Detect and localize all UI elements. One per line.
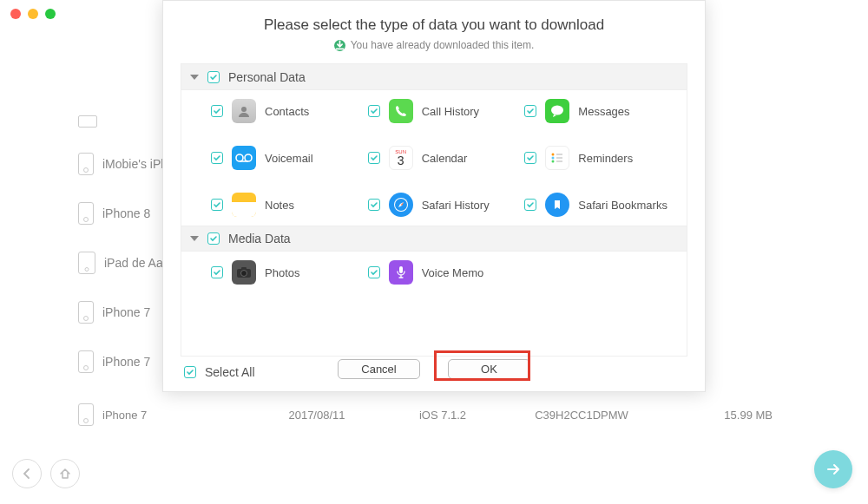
- cancel-button[interactable]: Cancel: [338, 359, 420, 379]
- backup-serial: C39H2CC1DPMW: [495, 409, 668, 422]
- home-button[interactable]: [50, 459, 80, 488]
- next-button[interactable]: [814, 450, 852, 488]
- item-callhistory[interactable]: Call History: [368, 99, 518, 123]
- item-label: Safari History: [422, 199, 490, 212]
- phone-icon: [389, 99, 413, 123]
- checkbox-calendar[interactable]: [368, 152, 380, 164]
- item-voicemail[interactable]: Voicemail: [211, 146, 361, 170]
- item-label: Calendar: [422, 152, 468, 165]
- messages-icon: [545, 99, 569, 123]
- svg-point-6: [552, 157, 555, 160]
- calendar-icon: SUN3: [389, 146, 413, 170]
- notes-icon: [232, 193, 256, 217]
- phone-icon: [78, 202, 94, 225]
- chevron-down-icon: [190, 236, 199, 241]
- item-reminders[interactable]: Reminders: [524, 146, 674, 170]
- backup-device-name: iPhone 7: [102, 409, 147, 422]
- checkbox-photos[interactable]: [211, 266, 223, 278]
- modal-title: Please select the type of data you want …: [181, 16, 687, 34]
- chevron-down-icon: [190, 75, 199, 80]
- item-calendar[interactable]: SUN3 Calendar: [368, 146, 518, 170]
- maximize-window-button[interactable]: [45, 9, 56, 19]
- modal-buttons: Cancel OK: [338, 359, 530, 379]
- svg-rect-15: [241, 267, 247, 270]
- microphone-icon: [389, 260, 413, 285]
- svg-point-14: [241, 271, 247, 277]
- checkbox-voicemail[interactable]: [211, 152, 223, 164]
- camera-icon: [232, 260, 256, 285]
- phone-icon: [78, 403, 94, 426]
- phone-icon: [78, 153, 94, 175]
- category-label: Personal Data: [228, 70, 306, 84]
- item-photos[interactable]: Photos: [211, 260, 361, 285]
- backup-file-row[interactable]: iPhone 7 2017/08/11 iOS 7.1.2 C39H2CC1DP…: [78, 403, 790, 426]
- ok-button[interactable]: OK: [448, 359, 530, 379]
- device-icon: [78, 115, 97, 128]
- device-label: iPhone 8: [102, 206, 150, 220]
- svg-point-2: [236, 154, 243, 161]
- checkbox-callhistory[interactable]: [368, 105, 380, 117]
- svg-point-0: [241, 107, 247, 112]
- modal-subtitle: You have already downloaded this item.: [181, 39, 687, 51]
- item-messages[interactable]: Messages: [524, 99, 674, 123]
- data-categories-scroll[interactable]: Personal Data Contacts Call History Mess…: [181, 63, 687, 357]
- phone-icon: [78, 350, 94, 373]
- category-checkbox-personal[interactable]: [207, 71, 220, 83]
- svg-point-7: [552, 160, 555, 163]
- device-label: iPhone 7: [102, 355, 150, 369]
- phone-icon: [78, 301, 94, 324]
- category-header-personal[interactable]: Personal Data: [181, 64, 687, 90]
- item-label: Contacts: [265, 105, 309, 118]
- checkbox-contacts[interactable]: [211, 105, 223, 117]
- item-label: Photos: [265, 266, 299, 279]
- minimize-window-button[interactable]: [28, 9, 38, 19]
- item-notes[interactable]: Notes: [211, 193, 361, 217]
- item-safarihistory[interactable]: Safari History: [368, 193, 518, 217]
- window-traffic-lights: [10, 9, 56, 19]
- checkbox-safaribookmarks[interactable]: [524, 199, 536, 211]
- data-type-modal: Please select the type of data you want …: [162, 0, 706, 392]
- tablet-icon: [78, 252, 95, 274]
- nav-buttons: [12, 459, 80, 488]
- item-voicememo[interactable]: Voice Memo: [368, 260, 518, 285]
- svg-point-1: [551, 106, 563, 115]
- safari-icon: [389, 193, 413, 217]
- media-items-grid: Photos Voice Memo: [181, 252, 687, 293]
- bookmark-icon: [545, 193, 569, 217]
- checkbox-voicememo[interactable]: [368, 266, 380, 278]
- select-all-row[interactable]: Select All: [184, 365, 255, 379]
- category-checkbox-media[interactable]: [207, 232, 220, 245]
- item-label: Call History: [422, 105, 479, 118]
- category-label: Media Data: [228, 232, 291, 245]
- item-label: Voice Memo: [422, 266, 484, 279]
- voicemail-icon: [232, 146, 256, 170]
- item-contacts[interactable]: Contacts: [211, 99, 361, 123]
- select-all-label: Select All: [205, 365, 255, 379]
- item-label: Safari Bookmarks: [578, 199, 667, 212]
- category-header-media[interactable]: Media Data: [181, 226, 687, 252]
- checkbox-reminders[interactable]: [524, 152, 536, 164]
- reminders-icon: [545, 146, 569, 170]
- item-label: Voicemail: [265, 152, 313, 165]
- checkbox-notes[interactable]: [211, 199, 223, 211]
- download-icon: [334, 40, 345, 51]
- svg-point-3: [245, 154, 252, 161]
- item-label: Messages: [578, 105, 629, 118]
- item-label: Notes: [265, 199, 294, 212]
- backup-date: 2017/08/11: [243, 409, 391, 422]
- svg-point-5: [552, 154, 555, 156]
- device-label: iPhone 7: [102, 305, 150, 319]
- close-window-button[interactable]: [10, 9, 21, 19]
- back-button[interactable]: [12, 459, 42, 488]
- checkbox-safarihistory[interactable]: [368, 199, 380, 211]
- modal-subtitle-text: You have already downloaded this item.: [351, 39, 535, 51]
- contacts-icon: [232, 99, 256, 123]
- checkbox-select-all[interactable]: [184, 366, 196, 378]
- svg-rect-16: [399, 266, 403, 273]
- item-label: Reminders: [578, 152, 633, 165]
- checkbox-messages[interactable]: [524, 105, 536, 117]
- backup-ios-version: iOS 7.1.2: [391, 409, 495, 422]
- personal-items-grid: Contacts Call History Messages Voicemail…: [181, 90, 687, 226]
- backup-size: 15.99 MB: [668, 409, 773, 422]
- item-safaribookmarks[interactable]: Safari Bookmarks: [524, 193, 674, 217]
